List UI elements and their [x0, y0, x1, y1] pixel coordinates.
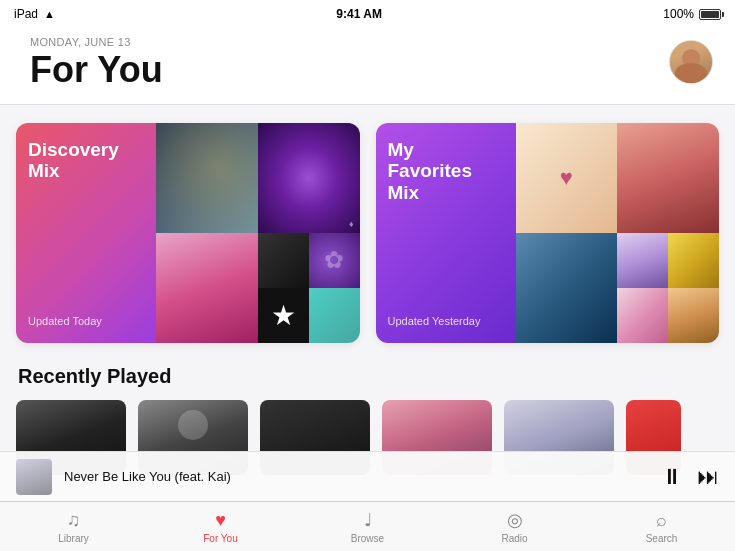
avatar-image	[670, 41, 712, 83]
battery-percent: 100%	[663, 7, 694, 21]
tab-radio-label: Radio	[501, 533, 527, 544]
library-icon: ♫	[67, 510, 81, 531]
art-head	[258, 123, 360, 233]
art-mixed	[258, 233, 360, 343]
main-content: Discovery Mix Updated Today My Favorites…	[0, 105, 735, 475]
tab-radio[interactable]: ◎ Radio	[441, 502, 588, 551]
favorites-mix-card[interactable]: My Favorites Mix Updated Yesterday	[376, 123, 720, 343]
battery-icon	[699, 9, 721, 20]
art-teal	[309, 288, 360, 343]
next-button[interactable]: ⏭	[697, 464, 719, 490]
discovery-mix-card[interactable]: Discovery Mix Updated Today	[16, 123, 360, 343]
art-soulchild	[516, 123, 618, 233]
browse-icon: ♩	[364, 509, 372, 531]
mini-player-info: Never Be Like You (feat. Kai)	[64, 469, 661, 484]
search-icon: ⌕	[656, 510, 667, 531]
art-band	[258, 233, 309, 288]
carrier-label: iPad	[14, 7, 38, 21]
art-floral	[617, 288, 668, 343]
art-woman1	[156, 233, 258, 343]
art-flowers	[309, 233, 360, 288]
mini-player-title: Never Be Like You (feat. Kai)	[64, 469, 661, 484]
art-earth	[617, 123, 719, 233]
favorites-main-cell: My Favorites Mix Updated Yesterday	[376, 123, 516, 343]
mix-cards-row: Discovery Mix Updated Today My Favorites…	[16, 123, 719, 343]
header: MONDAY, JUNE 13 For You	[0, 28, 735, 105]
page-title: For You	[30, 50, 705, 90]
art-woman2	[617, 233, 668, 288]
status-bar-time: 9:41 AM	[336, 7, 382, 21]
tab-browse[interactable]: ♩ Browse	[294, 502, 441, 551]
status-bar-left: iPad ▲	[14, 7, 55, 21]
discovery-mix-label: Discovery Mix	[28, 139, 144, 183]
pause-button[interactable]: ⏸	[661, 464, 683, 490]
tab-library[interactable]: ♫ Library	[0, 502, 147, 551]
avatar[interactable]	[669, 40, 713, 84]
foryou-icon: ♥	[215, 510, 226, 531]
tab-foryou[interactable]: ♥ For You	[147, 502, 294, 551]
tab-foryou-label: For You	[203, 533, 237, 544]
mini-player[interactable]: Never Be Like You (feat. Kai) ⏸ ⏭	[0, 451, 735, 501]
recently-played-title: Recently Played	[16, 365, 719, 388]
art-bear	[668, 288, 719, 343]
mini-player-controls: ⏸ ⏭	[661, 464, 719, 490]
tab-browse-label: Browse	[351, 533, 384, 544]
wifi-icon: ▲	[44, 8, 55, 20]
art-concert	[516, 233, 618, 343]
tab-search[interactable]: ⌕ Search	[588, 502, 735, 551]
art-fav-mixed	[617, 233, 719, 343]
mini-player-art	[16, 459, 52, 495]
favorites-mix-label: My Favorites Mix	[388, 139, 504, 205]
radio-icon: ◎	[507, 509, 523, 531]
art-bowie	[258, 288, 309, 343]
favorites-updated: Updated Yesterday	[388, 315, 504, 327]
date-label: MONDAY, JUNE 13	[30, 36, 705, 48]
battery-fill	[701, 11, 719, 18]
discovery-main-cell: Discovery Mix Updated Today	[16, 123, 156, 343]
tab-search-label: Search	[646, 533, 678, 544]
art-coldplay	[156, 123, 258, 233]
status-bar: iPad ▲ 9:41 AM 100%	[0, 0, 735, 28]
tab-bar: ♫ Library ♥ For You ♩ Browse ◎ Radio ⌕ S…	[0, 501, 735, 551]
discovery-updated: Updated Today	[28, 315, 144, 327]
tab-library-label: Library	[58, 533, 89, 544]
status-bar-right: 100%	[663, 7, 721, 21]
art-yellow	[668, 233, 719, 288]
